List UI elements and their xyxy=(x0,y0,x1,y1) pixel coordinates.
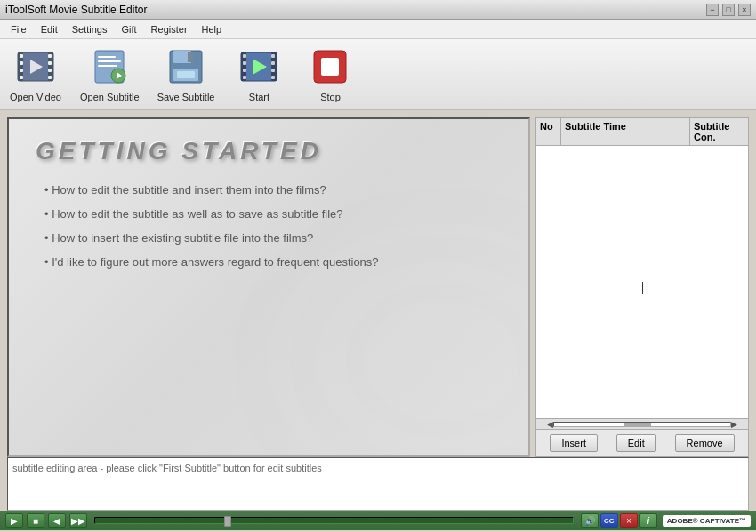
title-bar: iToolSoft Movie Subtitle Editor − □ × xyxy=(0,0,756,20)
open-video-icon xyxy=(14,45,57,88)
subtitle-table-header: No Subtitle Time Subtitle Con. xyxy=(536,118,748,146)
subtitle-edit-placeholder: subtitle editing area - please click "Fi… xyxy=(12,463,322,473)
adobe-captivate-badge: ADOBE® CAPTIVATE™ xyxy=(663,515,751,527)
svg-rect-26 xyxy=(243,54,246,58)
col-content: Subtitle Con. xyxy=(690,118,748,145)
svg-rect-22 xyxy=(177,71,195,78)
progress-bar[interactable] xyxy=(94,517,574,524)
stop-label: Stop xyxy=(320,92,341,102)
menu-item-edit[interactable]: Edit xyxy=(34,22,65,36)
svg-rect-3 xyxy=(20,54,23,58)
maximize-button[interactable]: □ xyxy=(722,4,735,16)
svg-rect-30 xyxy=(271,54,275,58)
svg-rect-15 xyxy=(98,65,117,67)
svg-rect-20 xyxy=(188,52,193,62)
subtitle-table-body[interactable] xyxy=(536,146,748,418)
open-subtitle-button[interactable]: Open Subtitle xyxy=(80,45,140,102)
menu-item-file[interactable]: File xyxy=(4,22,34,36)
close-button[interactable]: × xyxy=(738,4,751,16)
save-subtitle-icon xyxy=(165,45,207,88)
start-button[interactable]: Start xyxy=(232,45,286,102)
edit-button[interactable]: Edit xyxy=(616,434,656,452)
scrollbar-track[interactable] xyxy=(553,422,731,427)
info-button[interactable]: i xyxy=(639,513,657,528)
minimize-button[interactable]: − xyxy=(706,4,719,16)
svg-rect-14 xyxy=(98,60,121,62)
svg-rect-36 xyxy=(321,58,339,76)
remove-button[interactable]: Remove xyxy=(675,434,735,452)
stop-button[interactable]: Stop xyxy=(303,45,357,102)
scroll-left-arrow[interactable]: ◀ xyxy=(547,420,553,429)
help-item-1: • How to edit the subtitle and insert th… xyxy=(36,183,502,197)
svg-rect-32 xyxy=(271,69,275,72)
main-content: GETTING STARTED • How to edit the subtit… xyxy=(0,110,756,457)
menu-bar: FileEditSettingsGiftRegisterHelp xyxy=(0,20,756,39)
close-ctrl-button[interactable]: × xyxy=(620,513,638,528)
save-subtitle-label: Save Subtitle xyxy=(157,92,215,102)
scroll-right-arrow[interactable]: ▶ xyxy=(731,420,737,429)
svg-rect-6 xyxy=(20,76,23,79)
svg-rect-29 xyxy=(243,76,246,79)
menu-item-gift[interactable]: Gift xyxy=(114,22,143,36)
svg-rect-8 xyxy=(48,61,52,65)
menu-item-help[interactable]: Help xyxy=(195,22,229,36)
help-item-4: • I'd like to figure out more answers re… xyxy=(36,255,502,269)
play-button[interactable]: ▶ xyxy=(5,513,23,528)
svg-rect-7 xyxy=(48,54,52,58)
cc-button[interactable]: CC xyxy=(600,513,618,528)
volume-button[interactable]: 🔊 xyxy=(581,513,599,528)
subtitle-buttons: Insert Edit Remove xyxy=(536,429,748,456)
stop-ctrl-button[interactable]: ■ xyxy=(27,513,44,528)
title-bar-text: iToolSoft Movie Subtitle Editor xyxy=(5,4,147,16)
prev-button[interactable]: ◀ xyxy=(48,513,66,528)
stop-icon xyxy=(309,45,351,88)
title-bar-controls: − □ × xyxy=(706,4,751,16)
insert-button[interactable]: Insert xyxy=(550,434,598,452)
open-subtitle-icon xyxy=(88,45,131,88)
scrollbar-thumb[interactable] xyxy=(624,423,651,426)
svg-rect-31 xyxy=(271,61,275,65)
preview-area: GETTING STARTED • How to edit the subtit… xyxy=(7,117,530,457)
svg-rect-27 xyxy=(243,61,246,65)
subtitle-edit-area[interactable]: subtitle editing area - please click "Fi… xyxy=(7,457,749,511)
progress-thumb[interactable] xyxy=(224,516,231,527)
svg-point-39 xyxy=(355,292,527,430)
col-no: No xyxy=(536,118,561,145)
getting-started-title: GETTING STARTED xyxy=(36,137,502,165)
save-subtitle-button[interactable]: Save Subtitle xyxy=(157,45,215,102)
svg-rect-4 xyxy=(20,61,23,65)
svg-rect-28 xyxy=(243,69,246,72)
svg-rect-9 xyxy=(48,69,52,72)
menu-item-register[interactable]: Register xyxy=(144,22,195,36)
subtitle-scrollbar[interactable]: ◀ ▶ xyxy=(536,418,748,429)
menu-item-settings[interactable]: Settings xyxy=(65,22,115,36)
subtitle-panel: No Subtitle Time Subtitle Con. ◀ ▶ Inser… xyxy=(535,117,749,457)
toolbar: Open Video Open Subtitle xyxy=(0,39,756,110)
open-subtitle-label: Open Subtitle xyxy=(80,92,140,102)
right-controls: 🔊 CC × i ADOBE® CAPTIVATE™ xyxy=(581,513,751,528)
preview-content: GETTING STARTED • How to edit the subtit… xyxy=(9,119,528,297)
svg-rect-33 xyxy=(271,76,275,79)
bottom-bar: ▶ ■ ◀ ▶▶ 🔊 CC × i ADOBE® CAPTIVATE™ xyxy=(0,511,756,530)
svg-rect-5 xyxy=(20,69,23,72)
svg-rect-10 xyxy=(48,76,52,79)
open-video-button[interactable]: Open Video xyxy=(9,45,62,102)
svg-rect-13 xyxy=(98,56,116,58)
start-icon xyxy=(237,45,280,88)
help-item-3: • How to insert the existing subtitle fi… xyxy=(36,231,502,245)
open-video-label: Open Video xyxy=(10,92,61,102)
help-item-2: • How to edit the subtitle as well as to… xyxy=(36,207,502,221)
next-button[interactable]: ▶▶ xyxy=(69,513,87,528)
col-time: Subtitle Time xyxy=(561,118,690,145)
start-label: Start xyxy=(249,92,269,102)
subtitle-cursor xyxy=(642,282,643,294)
